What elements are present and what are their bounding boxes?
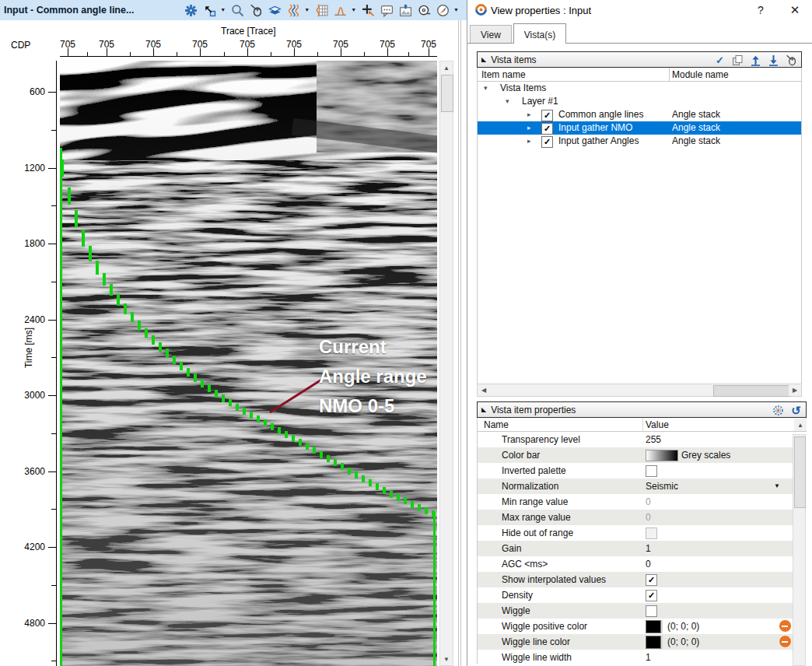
tree-item-module: Angle stack [672,135,720,148]
time-tick-label: 1800 [14,238,45,249]
tape-measure-icon[interactable] [418,4,431,17]
dropdown-arrow-icon[interactable]: ▼ [774,478,780,494]
properties-header[interactable]: ◣ Vista item properties ↺ [477,401,807,418]
property-row[interactable]: Max range value0 [478,510,793,525]
property-row[interactable]: Wiggle positive color(0; 0; 0) [478,619,793,634]
scrollbar-thumb[interactable] [794,436,806,508]
scroll-right-icon[interactable]: ▶ [789,384,801,396]
property-name: Wiggle line width [502,650,572,664]
splitter-line[interactable] [460,20,461,666]
export-image-icon[interactable] [399,4,412,17]
spreadsheet-wiggle-icon[interactable] [315,4,328,17]
vista-items-header[interactable]: ◣ Vista items ✓ [477,51,802,68]
scroll-up-icon[interactable]: ▲ [794,419,807,431]
items-column-headers: Item name Module name [477,68,802,82]
collapse-triangle-icon[interactable]: ◣ [481,406,486,413]
apply-check-icon[interactable]: ✓ [714,54,726,66]
item-visibility-checkbox[interactable]: ✓ [541,136,553,148]
property-row[interactable]: Color barGrey scales [478,447,793,463]
collapsed-arrow-icon[interactable]: ▸ [527,121,531,135]
scrollbar-thumb[interactable] [713,385,791,397]
property-row[interactable]: Hide out of range [478,525,793,541]
mute-curve-dash [201,380,204,387]
comment-bubble-icon[interactable] [380,4,394,17]
properties-vertical-scrollbar[interactable] [793,434,806,666]
property-checkbox[interactable] [646,605,657,617]
expanded-arrow-icon[interactable]: ▾ [506,95,509,108]
collapsed-arrow-icon[interactable]: ▸ [527,135,531,148]
seismic-vertical-scrollbar[interactable]: ▲ ▼ [439,61,453,666]
property-row[interactable]: Density✓ [478,587,793,603]
mouse-pointer-icon[interactable] [786,54,797,66]
remove-color-button[interactable] [779,619,792,633]
property-row[interactable]: Wiggle line color(0; 0; 0) [478,634,793,650]
property-row[interactable]: Inverted palette [478,463,793,478]
pick-crosshair-icon[interactable] [362,4,375,17]
mute-curve-dash [404,497,407,504]
magnifier-icon[interactable] [231,4,244,17]
property-checkbox[interactable]: ✓ [646,590,657,601]
tree-row[interactable]: ▸✓Input gather AnglesAngle stack [478,135,801,148]
histogram-icon[interactable] [334,4,347,17]
item-visibility-checkbox[interactable]: ✓ [541,110,553,121]
target-icon[interactable] [772,405,784,416]
expanded-arrow-icon[interactable]: ▾ [484,82,488,95]
property-row[interactable]: AGC <ms>0 [478,556,793,572]
property-checkbox[interactable]: ✓ [646,574,657,586]
time-minor-tick [51,130,56,131]
undo-icon[interactable]: ↺ [790,405,802,416]
time-tick-label: 4200 [14,542,45,552]
tree-row[interactable]: ▸✓Common angle linesAngle stack [478,108,801,121]
trace-minor-tick [408,52,409,56]
settings-gear-icon[interactable] [184,4,198,17]
mute-curve-dash [243,408,246,415]
colorbar-gradient-swatch[interactable] [646,450,678,461]
mouse-tool-icon[interactable] [250,4,263,17]
splitter-line[interactable] [458,20,459,666]
scroll-up-icon[interactable]: ▲ [440,61,453,74]
close-button[interactable]: ✕ [786,2,803,18]
collapsed-arrow-icon[interactable]: ▸ [527,108,531,121]
property-checkbox[interactable] [646,465,657,477]
collapse-triangle-icon[interactable]: ◣ [481,56,486,63]
color-swatch[interactable] [646,636,661,649]
tree-row[interactable]: ▾Layer #1 [478,95,801,108]
property-row[interactable]: Gain1 [478,541,793,556]
property-row[interactable]: Wiggle line width1 [478,650,793,664]
tab-view[interactable]: View [470,25,512,44]
property-row[interactable]: Wiggle [478,603,793,619]
property-value: 255 [646,432,661,447]
tree-row[interactable]: ▸✓Input gather NMOAngle stack [478,121,801,135]
trace-tick [247,48,248,56]
items-horizontal-scrollbar[interactable]: ◀ ▶ [477,384,802,397]
color-rgb-value: (0; 0; 0) [667,619,699,634]
scrollbar-thumb[interactable] [441,75,453,112]
wiggle-display-icon[interactable] [287,4,300,17]
copy-items-icon[interactable] [732,54,744,66]
property-row[interactable]: Min range value0 [478,494,793,510]
scroll-down-icon[interactable]: ▼ [440,653,453,665]
zoom-extent-dropdown-icon[interactable]: ▼ [220,0,226,20]
zoom-extent-icon[interactable] [203,4,216,17]
seismic-image[interactable]: CurrentAngle rangeNMO 0-5 [60,61,437,666]
property-name: Min range value [502,494,568,510]
property-row[interactable]: Show interpolated values✓ [478,572,793,587]
import-down-icon[interactable] [768,54,779,66]
property-row[interactable]: Transparency level255 [478,432,793,447]
tab-vistas[interactable]: Vista(s) [513,23,566,44]
property-row[interactable]: NormalizationSeismic▼ [478,478,793,494]
tree-row[interactable]: ▾Vista Items [478,82,801,95]
export-up-icon[interactable] [750,54,761,66]
histogram-dropdown-icon[interactable]: ▼ [351,0,356,20]
scroll-left-icon[interactable]: ◀ [478,384,490,396]
item-visibility-checkbox[interactable]: ✓ [541,123,553,135]
compass-icon[interactable] [436,4,450,17]
compass-dropdown-icon[interactable]: ▼ [453,0,459,20]
property-value[interactable]: Seismic [646,478,678,494]
time-minor-tick [51,585,56,586]
wiggle-display-dropdown-icon[interactable]: ▼ [304,0,310,20]
layers-icon[interactable] [268,4,282,17]
help-button[interactable]: ? [752,2,769,18]
color-swatch[interactable] [646,620,661,633]
remove-color-button[interactable] [779,635,792,648]
